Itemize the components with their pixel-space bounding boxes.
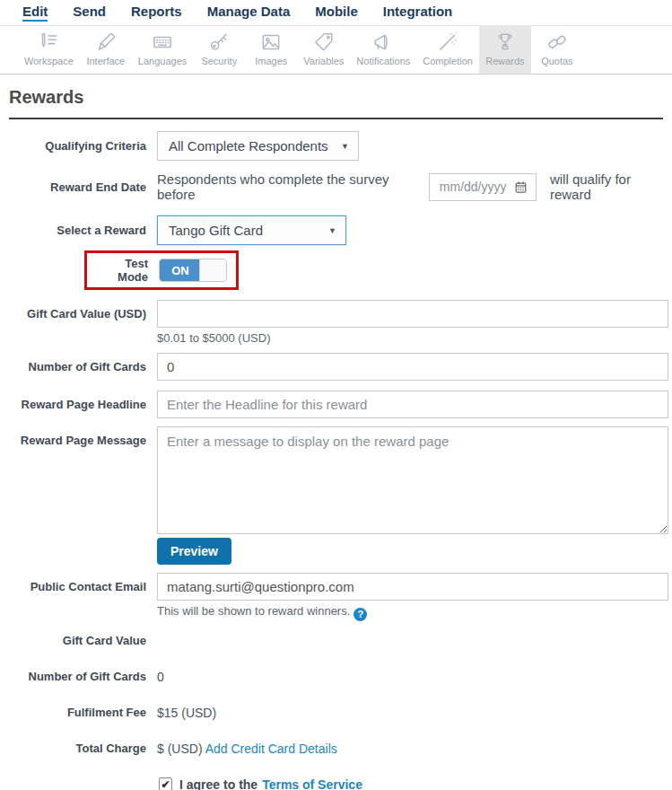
qualifying-criteria-select[interactable]: All Complete Respondents ▼ xyxy=(157,131,359,161)
completion-icon xyxy=(436,31,459,54)
rewards-icon xyxy=(493,31,517,54)
images-icon xyxy=(259,31,283,54)
toolbar-item-label: Rewards xyxy=(485,56,524,66)
reward-page-message-label: Reward Page Message xyxy=(0,426,146,447)
terms-row: ✔ I agree to the Terms of Service xyxy=(159,777,672,790)
toolbar-item-rewards[interactable]: Rewards xyxy=(479,26,531,74)
gift-card-value-input[interactable] xyxy=(157,300,668,328)
summary-total-charge-label: Total Charge xyxy=(0,742,146,756)
public-contact-email-input[interactable] xyxy=(157,573,668,601)
test-mode-highlight-box: Test Mode ON xyxy=(84,250,239,290)
toolbar-item-interface[interactable]: Interface xyxy=(80,26,132,74)
qualifying-criteria-value: All Complete Respondents xyxy=(169,138,328,154)
gift-card-value-helper: $0.01 to $5000 (USD) xyxy=(157,331,668,345)
toolbar-item-workspace[interactable]: Workspace xyxy=(18,26,80,74)
nav-item-edit[interactable]: Edit xyxy=(22,4,48,22)
toolbar-item-security[interactable]: Security xyxy=(193,26,245,74)
summary-gift-card-value-row: Gift Card Value xyxy=(0,634,672,648)
test-mode-label: Test Mode xyxy=(95,257,148,284)
toolbar-item-label: Quotas xyxy=(541,56,572,66)
toolbar-item-label: Security xyxy=(201,56,237,66)
help-icon[interactable]: ? xyxy=(353,608,367,621)
summary-fulfilment-fee-value: $15 (USD) xyxy=(157,706,216,720)
settings-toolbar: Workspace Interface Languages Security I… xyxy=(0,26,672,75)
reward-page-headline-row: Reward Page Headline xyxy=(0,391,672,418)
toolbar-item-completion[interactable]: Completion xyxy=(416,26,479,74)
toggle-on-label: ON xyxy=(160,259,201,281)
toggle-knob[interactable] xyxy=(199,259,226,281)
terms-text: I agree to the xyxy=(179,777,257,790)
reward-page-message-textarea[interactable] xyxy=(157,426,668,534)
nav-item-manage-data[interactable]: Manage Data xyxy=(207,4,291,22)
public-contact-email-row: Public Contact Email This will be shown … xyxy=(0,573,672,621)
chevron-down-icon: ▼ xyxy=(328,226,336,235)
summary-total-charge-row: Total Charge $ (USD) Add Credit Card Det… xyxy=(0,742,672,756)
add-credit-card-link[interactable]: Add Credit Card Details xyxy=(205,742,337,756)
reward-page-message-row: Reward Page Message xyxy=(0,426,672,538)
toolbar-item-label: Languages xyxy=(138,56,187,66)
terms-of-service-link[interactable]: Terms of Service xyxy=(262,777,362,790)
number-of-gift-cards-input[interactable] xyxy=(157,353,668,381)
toolbar-item-label: Variables xyxy=(303,56,344,66)
calendar-icon[interactable] xyxy=(514,180,528,194)
variables-icon xyxy=(312,31,336,54)
reward-end-date-row: Reward End Date Respondents who complete… xyxy=(0,171,672,202)
toolbar-item-label: Notifications xyxy=(356,56,410,66)
public-contact-email-helper: This will be shown to reward winners.? xyxy=(157,604,668,621)
toolbar-item-label: Interface xyxy=(86,56,125,66)
toolbar-item-label: Images xyxy=(255,56,287,66)
end-date-placeholder: mm/dd/yyyy xyxy=(440,180,507,194)
summary-number-of-gift-cards-label: Number of Gift Cards xyxy=(0,670,146,684)
summary-fulfilment-fee-label: Fulfilment Fee xyxy=(0,706,146,720)
select-reward-select[interactable]: Tango Gift Card ▼ xyxy=(157,215,346,245)
qualifying-criteria-label: Qualifying Criteria xyxy=(0,139,146,153)
nav-item-mobile[interactable]: Mobile xyxy=(315,4,358,22)
reward-page-headline-input[interactable] xyxy=(157,391,668,418)
preview-button[interactable]: Preview xyxy=(157,538,231,565)
email-helper-text: This will be shown to reward winners. xyxy=(157,604,350,618)
toolbar-item-label: Completion xyxy=(423,56,473,66)
total-charge-amount: $ (USD) xyxy=(157,742,203,756)
toolbar-item-quotas[interactable]: Quotas xyxy=(531,26,583,74)
gift-card-value-label: Gift Card Value (USD) xyxy=(0,300,146,320)
select-reward-value: Tango Gift Card xyxy=(169,223,263,238)
number-of-gift-cards-row: Number of Gift Cards xyxy=(0,353,672,381)
summary-fulfilment-fee-row: Fulfilment Fee $15 (USD) xyxy=(0,706,672,720)
languages-icon xyxy=(151,31,174,54)
summary-total-charge-value: $ (USD) Add Credit Card Details xyxy=(157,742,337,756)
reward-page-headline-label: Reward Page Headline xyxy=(0,398,146,411)
toolbar-item-images[interactable]: Images xyxy=(245,26,297,74)
nav-item-reports[interactable]: Reports xyxy=(131,4,182,22)
end-date-suffix-text: will qualify for reward xyxy=(550,171,668,202)
select-reward-label: Select a Reward xyxy=(0,224,146,237)
select-reward-row: Select a Reward Tango Gift Card ▼ xyxy=(0,215,672,245)
toolbar-item-notifications[interactable]: Notifications xyxy=(350,26,416,74)
summary-number-of-gift-cards-row: Number of Gift Cards 0 xyxy=(0,670,672,684)
page-title: Rewards xyxy=(9,87,663,108)
reward-end-date-label: Reward End Date xyxy=(0,180,146,194)
gift-card-value-row: Gift Card Value (USD) $0.01 to $5000 (US… xyxy=(0,300,672,345)
number-of-gift-cards-label: Number of Gift Cards xyxy=(0,360,146,373)
terms-checkbox[interactable]: ✔ xyxy=(159,777,172,790)
summary-number-of-gift-cards-value: 0 xyxy=(157,670,164,684)
security-icon xyxy=(207,31,231,54)
summary-gift-card-value-label: Gift Card Value xyxy=(0,634,146,648)
workspace-icon xyxy=(37,31,60,54)
nav-item-send[interactable]: Send xyxy=(73,4,106,22)
toolbar-item-variables[interactable]: Variables xyxy=(297,26,350,74)
toolbar-item-languages[interactable]: Languages xyxy=(132,26,193,74)
end-date-prefix-text: Respondents who complete the survey befo… xyxy=(157,171,415,202)
notifications-icon xyxy=(371,31,395,54)
qualifying-criteria-row: Qualifying Criteria All Complete Respond… xyxy=(0,131,672,161)
test-mode-row: Test Mode ON xyxy=(0,250,672,290)
public-contact-email-label: Public Contact Email xyxy=(0,573,146,593)
end-date-input[interactable]: mm/dd/yyyy xyxy=(429,173,537,201)
rewards-form: Qualifying Criteria All Complete Respond… xyxy=(0,119,672,790)
interface-icon xyxy=(94,31,118,54)
toolbar-item-label: Workspace xyxy=(24,56,74,66)
top-navigation: Edit Send Reports Manage Data Mobile Int… xyxy=(0,0,672,26)
test-mode-toggle[interactable]: ON xyxy=(159,259,227,282)
chevron-down-icon: ▼ xyxy=(341,142,349,151)
quotas-icon xyxy=(545,31,569,54)
nav-item-integration[interactable]: Integration xyxy=(383,4,453,22)
